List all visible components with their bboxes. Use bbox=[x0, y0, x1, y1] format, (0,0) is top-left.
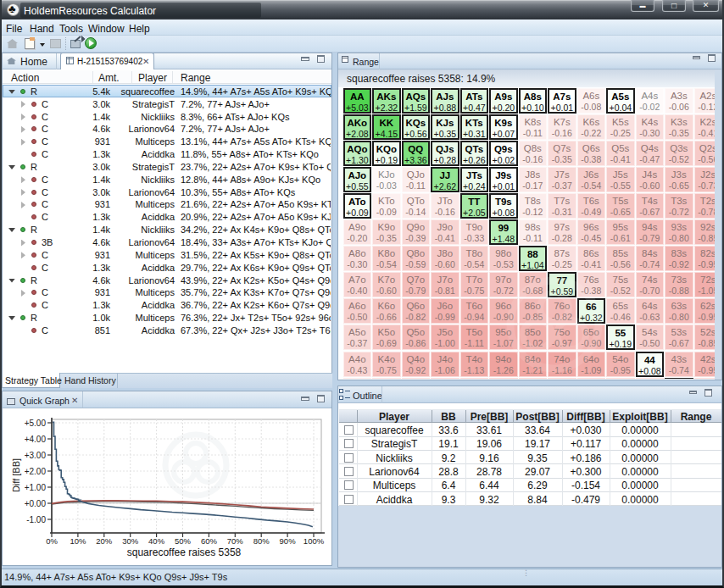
svg-text:0%: 0% bbox=[46, 536, 58, 546]
svg-text:+1.00: +1.00 bbox=[25, 483, 47, 492]
svg-text:60%: 60% bbox=[201, 536, 218, 546]
svg-text:20%: 20% bbox=[96, 536, 113, 546]
svg-text:90%: 90% bbox=[280, 536, 297, 546]
svg-text:+0.00: +0.00 bbox=[25, 499, 47, 508]
svg-text:squarecoffee raises 5358: squarecoffee raises 5358 bbox=[127, 546, 242, 558]
svg-text:+5.00: +5.00 bbox=[25, 419, 47, 428]
svg-text:+4.00: +4.00 bbox=[25, 435, 47, 444]
svg-text:80%: 80% bbox=[253, 536, 270, 546]
svg-text:100%: 100% bbox=[304, 536, 325, 546]
svg-text:+3.00: +3.00 bbox=[25, 451, 47, 460]
svg-text:70%: 70% bbox=[227, 536, 244, 546]
svg-text:Diff [BB]: Diff [BB] bbox=[11, 458, 21, 492]
svg-text:-1.00: -1.00 bbox=[26, 515, 46, 524]
svg-text:10%: 10% bbox=[70, 536, 86, 546]
svg-text:30%: 30% bbox=[122, 536, 139, 546]
svg-text:50%: 50% bbox=[175, 536, 192, 546]
svg-text:40%: 40% bbox=[148, 536, 165, 546]
svg-text:+2.00: +2.00 bbox=[25, 467, 47, 476]
